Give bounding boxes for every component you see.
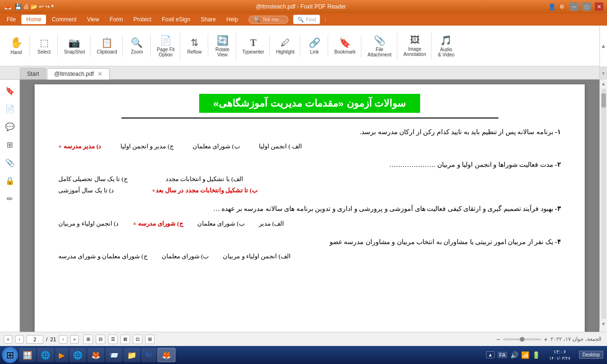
sidebar-bookmark-button[interactable]: 🔖: [1, 82, 18, 99]
tab-start[interactable]: Start: [20, 68, 46, 79]
zoom-button[interactable]: 🔍 Zoom: [127, 36, 147, 56]
tab-scroll-arrow[interactable]: ▾: [599, 66, 607, 80]
reflow-button[interactable]: ⇅ Reflow: [184, 36, 205, 56]
ribbon-collapse-arrow[interactable]: ▲: [599, 26, 607, 66]
sidebar-attachment-button[interactable]: 📎: [1, 155, 18, 171]
more-options-icon[interactable]: ⋮: [323, 17, 328, 23]
q3-opt-c: ج) شورای مدرسه +: [133, 220, 183, 228]
nav-next-button[interactable]: ›: [59, 335, 67, 344]
grid-view[interactable]: ⊞: [145, 335, 155, 344]
two-page-view[interactable]: ⊡: [133, 335, 142, 344]
tell-me-box[interactable]: 🔍 Tell me...: [248, 16, 288, 24]
redo-icon[interactable]: ↪: [45, 3, 50, 10]
menu-home[interactable]: Home: [21, 15, 46, 24]
ribbon-group-bookmark: 🔖 Bookmark: [329, 35, 361, 57]
user-icon[interactable]: 👤: [548, 3, 556, 10]
pagefit-icon: 📄: [160, 35, 172, 46]
zoom-minus-button[interactable]: −: [496, 336, 500, 343]
taskbar-media-icon[interactable]: ▶: [55, 348, 68, 362]
ribbon-group-typewriter: T Typewriter: [237, 35, 270, 57]
single-page-view[interactable]: ☰: [108, 335, 118, 344]
taskbar-telegram-icon[interactable]: 📨: [105, 348, 122, 362]
close-button[interactable]: ✕: [595, 2, 603, 11]
zoom-plus-button[interactable]: +: [544, 336, 548, 343]
ribbon-group-clipboard: 📋 Clipboard: [92, 35, 123, 57]
taskbar-explorer-icon[interactable]: 📁: [123, 348, 140, 362]
nav-prev-button[interactable]: ‹: [15, 335, 24, 344]
maximize-button[interactable]: □: [582, 2, 591, 11]
undo-icon[interactable]: ↩: [39, 3, 44, 10]
snapshot-button[interactable]: 📷 SnapShot: [62, 36, 87, 56]
menu-form[interactable]: Form: [105, 15, 128, 24]
show-desktop-button[interactable]: Desktop: [579, 351, 603, 359]
typewriter-button[interactable]: T Typewriter: [240, 36, 267, 56]
zoom-slider[interactable]: [503, 338, 541, 340]
scroll-down-arrow[interactable]: ▼: [600, 320, 607, 328]
tray-battery-icon[interactable]: 🔋: [532, 351, 540, 359]
q2-opt-b: ب) تا تشکیل وانتخابات مجدد در سال بعد+: [152, 187, 258, 194]
tray-network-icon[interactable]: 📶: [521, 351, 529, 359]
taskbar-pdf-icon[interactable]: 🦊: [157, 348, 175, 362]
sidebar-security-button[interactable]: 🔒: [1, 173, 18, 189]
zoom-thumb[interactable]: [520, 337, 524, 342]
save-icon[interactable]: 💾: [15, 3, 22, 10]
tab-close-button[interactable]: ✕: [98, 71, 102, 77]
typewriter-label: Typewriter: [242, 49, 264, 55]
page-number-input[interactable]: [27, 335, 43, 344]
sidebar-layers-button[interactable]: ⊞: [1, 136, 18, 153]
find-placeholder: Find: [306, 17, 316, 22]
extract-button[interactable]: ⊟: [96, 335, 105, 344]
pdf-title: سوالات آزمون «مقدمات مدیریت آموزشگاهی»: [199, 94, 421, 113]
scroll-thumb[interactable]: [601, 93, 606, 108]
link-button[interactable]: 🔗 Link: [304, 36, 325, 56]
menu-help[interactable]: Help: [221, 15, 243, 24]
imageannotation-button[interactable]: 🖼 ImageAnnotation: [401, 33, 429, 58]
sidebar-page-button[interactable]: 📄: [1, 100, 18, 117]
quick-access[interactable]: 💾 🖨 📂 ↩ ↪ ▾: [15, 3, 54, 10]
copy-page-button[interactable]: ⊞: [83, 335, 93, 344]
continuous-view[interactable]: ⊠: [120, 335, 130, 344]
settings-icon[interactable]: ⚙: [560, 4, 564, 10]
select-button[interactable]: ⬚ Select: [34, 36, 55, 56]
menu-view[interactable]: View: [82, 15, 104, 24]
attachment-button[interactable]: 📎 FileAttachment: [365, 33, 394, 59]
highlight-button[interactable]: 🖊 Highlight: [274, 36, 297, 56]
taskbar-chrome-icon[interactable]: 🌐: [69, 348, 86, 362]
menu-file[interactable]: File: [2, 15, 20, 24]
scroll-track[interactable]: [601, 89, 606, 319]
audiovideo-button[interactable]: 🎵 Audio& Video: [435, 33, 457, 59]
menu-share[interactable]: Share: [196, 15, 221, 24]
nav-last-button[interactable]: »: [70, 335, 79, 344]
taskbar-ie-icon[interactable]: 🌐: [37, 348, 54, 362]
taskbar-windows-icon[interactable]: 🪟: [19, 348, 36, 362]
taskbar: ⊞ 🪟 🌐 ▶ 🌐 🦊 📨 📁 W 🦊 ▲ FA 🔊 📶 🔋 ۱۲:۰۶ ۱۴۰…: [0, 346, 607, 364]
bookmark-label: Bookmark: [334, 49, 356, 55]
pagefit-button[interactable]: 📄 Page FitOption: [155, 33, 177, 59]
hand-button[interactable]: ✋ Hand: [6, 35, 27, 56]
tray-expand-arrow[interactable]: ▲: [486, 351, 495, 358]
taskbar-firefox-icon[interactable]: 🦊: [87, 348, 104, 362]
select-label: Select: [37, 49, 51, 55]
print-icon[interactable]: 🖨: [23, 3, 29, 10]
tray-volume-icon[interactable]: 🔊: [510, 351, 518, 359]
sidebar-signature-button[interactable]: ✏: [1, 191, 18, 207]
taskbar-word-icon[interactable]: W: [141, 348, 156, 362]
system-clock[interactable]: ۱۲:۰۶ ۱۴۰۱/۰۳/۲۷: [543, 348, 576, 362]
menu-comment[interactable]: Comment: [47, 15, 81, 24]
open-icon[interactable]: 📂: [30, 3, 37, 10]
ribbon-group-select: ⬚ Select: [31, 35, 58, 57]
menu-protect[interactable]: Protect: [129, 15, 156, 24]
scroll-up-arrow[interactable]: ▲: [600, 80, 607, 88]
start-button[interactable]: ⊞: [2, 347, 18, 363]
find-box[interactable]: 🔍 Find: [293, 15, 320, 24]
ribbon-group-link: 🔗 Link: [301, 35, 328, 57]
bookmark-button[interactable]: 🔖 Bookmark: [332, 36, 358, 56]
clipboard-button[interactable]: 📋 Clipboard: [94, 36, 120, 56]
lang-indicator[interactable]: FA: [497, 352, 507, 358]
sidebar-comment-button[interactable]: 💬: [1, 118, 18, 135]
rotateview-button[interactable]: 🔄 RotateView: [212, 33, 233, 59]
menu-foxit-esign[interactable]: Foxit eSign: [157, 15, 195, 24]
nav-first-button[interactable]: «: [4, 335, 12, 344]
tab-pdf[interactable]: @ltmsteach.pdf ✕: [47, 68, 110, 80]
minimize-button[interactable]: ─: [570, 2, 579, 11]
